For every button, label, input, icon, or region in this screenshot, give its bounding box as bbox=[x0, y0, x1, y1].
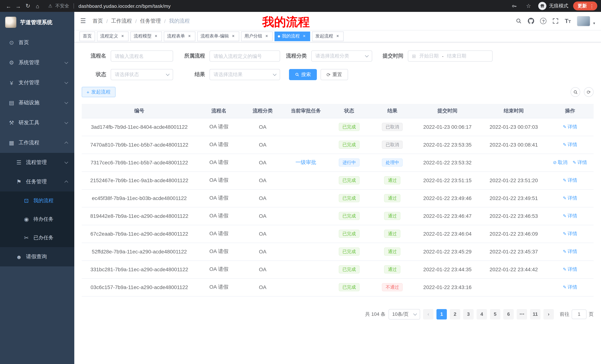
process-definition-input[interactable] bbox=[210, 50, 280, 62]
calendar-icon: ⊞ bbox=[412, 53, 416, 59]
tab[interactable]: 首页 × bbox=[80, 31, 95, 41]
home-button[interactable]: ⌂ bbox=[33, 1, 42, 11]
close-icon[interactable]: × bbox=[335, 34, 340, 39]
tab[interactable]: 流程定义 × bbox=[97, 31, 129, 41]
app-title: 芋道管理系统 bbox=[20, 19, 52, 26]
detail-link[interactable]: ✎详情 bbox=[563, 124, 577, 130]
help-icon[interactable]: ? bbox=[540, 18, 547, 24]
browser-update-button[interactable]: 更新 ⋮ bbox=[573, 1, 597, 10]
search-button[interactable]: 搜索 bbox=[289, 69, 317, 80]
result-select[interactable]: 请选择流结果 bbox=[210, 69, 280, 80]
status-badge: 已完成 bbox=[339, 123, 360, 131]
sidebar-item-home[interactable]: ⊙ 首页 bbox=[0, 33, 74, 53]
cancel-link[interactable]: ⊘取消 bbox=[553, 159, 567, 166]
tab[interactable]: 流程表单 × bbox=[164, 31, 195, 41]
detail-link[interactable]: ✎详情 bbox=[563, 195, 577, 201]
avatar-caret-icon[interactable]: ▾ bbox=[593, 21, 595, 26]
sidebar-item-system-mgmt[interactable]: ⚙ 系统管理 bbox=[0, 53, 74, 73]
status-select[interactable]: 请选择状态 bbox=[111, 69, 173, 80]
close-icon[interactable]: × bbox=[120, 34, 125, 39]
password-key-icon[interactable] bbox=[509, 1, 519, 11]
tab[interactable]: 发起流程 × bbox=[312, 31, 344, 41]
app-logo[interactable]: 芋道管理系统 bbox=[0, 12, 74, 33]
close-icon[interactable]: × bbox=[264, 34, 269, 39]
column-header: 结束时间 bbox=[481, 104, 547, 118]
tab[interactable]: 流程表单-编辑 × bbox=[197, 31, 239, 41]
table-row: 7470a810-7b9b-11ec-b5b7-acde48001122 OA … bbox=[82, 136, 594, 153]
search-icon[interactable] bbox=[516, 18, 522, 24]
page-button[interactable]: 1 bbox=[436, 309, 447, 319]
detail-link[interactable]: ✎详情 bbox=[563, 141, 577, 148]
detail-link[interactable]: ✎详情 bbox=[563, 230, 577, 237]
process-name-input[interactable] bbox=[111, 50, 173, 62]
page-button[interactable]: 4 bbox=[477, 309, 487, 319]
sidebar-item-my-process[interactable]: ⊡ 我的流程 bbox=[0, 192, 74, 210]
tab[interactable]: 我的流程 × bbox=[274, 31, 310, 41]
detail-link[interactable]: ✎详情 bbox=[563, 284, 577, 290]
forward-button[interactable]: → bbox=[13, 1, 23, 11]
current-task-link[interactable]: 一级审批 bbox=[295, 159, 316, 165]
reset-button[interactable]: ⟳ 重置 bbox=[321, 69, 348, 80]
prev-page-button[interactable]: ‹ bbox=[423, 309, 433, 319]
tab[interactable]: 用户分组 × bbox=[241, 31, 273, 41]
detail-link[interactable]: ✎详情 bbox=[563, 177, 577, 184]
sidebar-item-leave-query[interactable]: ☻ 请假查询 bbox=[0, 247, 74, 266]
address-bar[interactable]: ⚠ 不安全 dashboard.yudao.iocoder.cn/bpm/tas… bbox=[48, 3, 171, 9]
cell-id: 03c6c157-7b9a-11ec-a290-acde48001122 bbox=[82, 278, 197, 296]
sidebar-item-process-mgmt[interactable]: ☰ 流程管理 bbox=[0, 153, 74, 172]
back-button[interactable]: ← bbox=[4, 1, 13, 11]
page-button[interactable]: 11 bbox=[530, 309, 541, 319]
page-button[interactable]: 6 bbox=[503, 309, 514, 319]
sidebar-menu: ⊙ 首页 ⚙ 系统管理 ¥ 支付管理 ▤ 基础设施 bbox=[0, 33, 74, 266]
close-icon[interactable]: × bbox=[153, 34, 159, 39]
column-header: 操作 bbox=[546, 104, 594, 118]
sidebar-item-dev-tools[interactable]: ⚒ 研发工具 bbox=[0, 113, 74, 133]
detail-link[interactable]: ✎详情 bbox=[563, 248, 577, 255]
create-process-button[interactable]: + 发起流程 bbox=[82, 87, 115, 97]
fullscreen-icon[interactable] bbox=[552, 18, 559, 24]
result-badge: 已取消 bbox=[382, 123, 403, 131]
sidebar-item-payment-mgmt[interactable]: ¥ 支付管理 bbox=[0, 73, 74, 93]
breadcrumb-item[interactable]: 工作流程 bbox=[111, 18, 140, 24]
detail-link[interactable]: ✎详情 bbox=[573, 159, 587, 166]
tab[interactable]: 流程模型 × bbox=[130, 31, 162, 41]
menu-label: 已办任务 bbox=[33, 234, 53, 241]
column-header: 结果 bbox=[371, 104, 414, 118]
cell-process-name: OA 请假 bbox=[197, 172, 241, 189]
sidebar-item-infrastructure[interactable]: ▤ 基础设施 bbox=[0, 93, 74, 113]
sidebar-item-todo-tasks[interactable]: ◉ 待办任务 bbox=[0, 210, 74, 229]
close-icon[interactable]: × bbox=[187, 34, 192, 39]
browser-menu-icon[interactable]: ⋮ bbox=[589, 3, 595, 9]
user-avatar[interactable] bbox=[577, 16, 590, 26]
status-badge: 已完成 bbox=[339, 230, 360, 238]
close-icon[interactable]: × bbox=[302, 34, 307, 39]
page-button[interactable]: 5 bbox=[490, 309, 500, 319]
detail-link[interactable]: ✎详情 bbox=[563, 213, 577, 219]
bookmark-star-icon[interactable]: ☆ bbox=[524, 1, 533, 11]
close-icon[interactable]: × bbox=[231, 34, 236, 39]
chat-icon: ⊡ bbox=[23, 197, 30, 204]
sidebar-item-task-mgmt[interactable]: ⚑ 任务管理 bbox=[0, 172, 74, 192]
refresh-list-button[interactable]: ⟳ bbox=[584, 87, 594, 97]
detail-link[interactable]: ✎详情 bbox=[563, 266, 577, 273]
show-search-button[interactable] bbox=[571, 87, 580, 97]
breadcrumb-item[interactable]: 我的流程 bbox=[169, 18, 190, 24]
page-size-select[interactable]: 10条/页 bbox=[389, 309, 420, 319]
breadcrumb-item[interactable]: 首页 bbox=[93, 18, 111, 24]
next-page-button[interactable]: › bbox=[543, 309, 554, 319]
page-button[interactable]: 3 bbox=[463, 309, 474, 319]
goto-page-input[interactable] bbox=[572, 309, 587, 319]
sidebar-item-workflow[interactable]: ▦ 工作流程 bbox=[0, 133, 74, 153]
submit-time-range-picker[interactable]: ⊞ 开始日期 - 结束日期 bbox=[408, 50, 492, 62]
sidebar-item-done-tasks[interactable]: ✂ 已办任务 bbox=[0, 229, 74, 247]
font-size-icon[interactable]: TT bbox=[565, 18, 571, 24]
annotation-my-process: 我的流程 bbox=[262, 14, 310, 30]
page-button[interactable]: ⋯ bbox=[517, 309, 527, 319]
process-category-select[interactable]: 请选择流程分类 bbox=[311, 50, 372, 62]
breadcrumb-item[interactable]: 任务管理 bbox=[140, 18, 169, 24]
page-button[interactable]: 2 bbox=[450, 309, 460, 319]
reload-button[interactable]: ↻ bbox=[23, 1, 33, 11]
github-icon[interactable] bbox=[528, 18, 534, 24]
menu-label: 系统管理 bbox=[19, 59, 39, 66]
sidebar-collapse-icon[interactable]: ☰ bbox=[80, 17, 86, 25]
